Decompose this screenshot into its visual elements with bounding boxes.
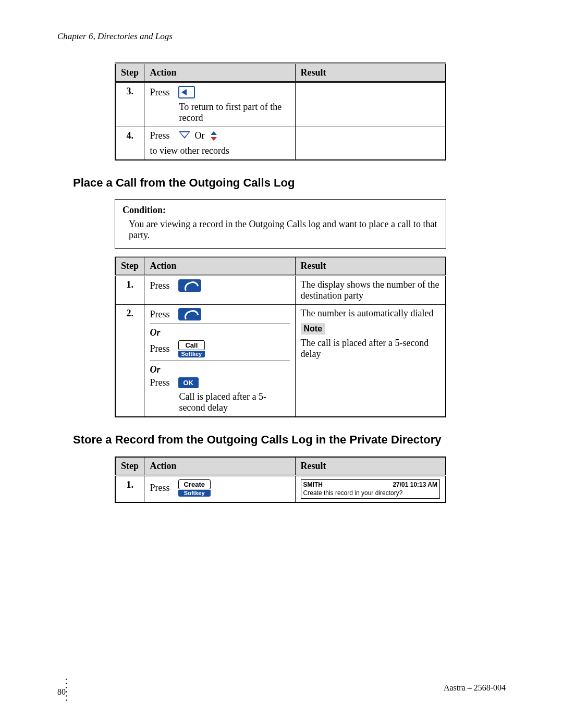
table-row: 1. Press The display shows the number of… [115,276,446,305]
press-label: Press [150,377,169,388]
step-num: 4. [115,127,144,161]
handset-icon [178,279,201,292]
display-datetime: 27/01 10:13 AM [393,481,437,489]
condition-label: Condition: [123,205,438,216]
th-result: Result [295,457,446,476]
section-heading: Store a Record from the Outgoing Calls L… [73,433,506,447]
th-result: Result [295,64,446,82]
table-row: 1. Press Create Softkey SMITH 27/ [115,476,446,503]
scroll-icon [209,131,218,141]
procedure-table-1: Step Action Result 3. Press To return to… [115,63,446,161]
th-action: Action [144,457,295,476]
step-num: 1. [115,476,144,503]
table-row: 4. Press Or to view other records [115,127,446,161]
th-action: Action [144,64,295,82]
softkey-caption: Softkey [178,351,205,357]
or-label: Or [150,364,289,375]
action-text: to view other records [150,145,229,156]
phone-display: SMITH 27/01 10:13 AM Create this record … [301,479,440,499]
press-label: Press [150,343,169,354]
condition-text: You are viewing a record in the Outgoing… [123,219,438,241]
handset-icon [178,308,201,320]
press-label: Press [150,309,169,320]
result-cell [295,82,446,127]
down-arrow-icon [178,131,191,141]
th-step: Step [115,457,144,476]
display-name: SMITH [303,481,323,489]
display-prompt: Create this record in your directory? [303,489,437,498]
note-badge: Note [301,323,326,335]
or-label: Or [195,130,205,141]
step-num: 2. [115,305,144,417]
action-text: Call is placed after a 5-second delay [179,391,289,413]
softkey-label: Create [178,479,211,489]
section-heading: Place a Call from the Outgoing Calls Log [73,176,506,190]
softkey-create: Create Softkey [178,479,211,497]
left-arrow-key-icon [178,86,195,98]
result-note-body: The call is placed after a 5-second dela… [301,338,440,360]
or-label: Or [150,327,289,338]
table-row: 2. Press Or Press Call Softkey [115,305,446,417]
step-num: 3. [115,82,144,127]
table-row: 3. Press To return to first part of the … [115,82,446,127]
doc-id: Aastra – 2568-004 [444,683,506,702]
result-line: The number is automatically dialed [301,308,440,319]
action-text: To return to first part of the record [179,102,289,124]
ok-button-icon: OK [178,377,199,388]
procedure-table-2: Step Action Result 1. Press The display … [115,256,446,417]
th-result: Result [295,257,446,276]
press-label: Press [150,280,169,291]
step-num: 1. [115,276,144,305]
result-cell [295,127,446,161]
condition-box: Condition: You are viewing a record in t… [115,199,446,249]
chapter-header: Chapter 6, Directories and Logs [57,31,506,42]
softkey-call: Call Softkey [178,340,205,357]
press-label: Press [150,87,169,98]
dots-decoration [72,683,77,702]
press-label: Press [150,130,169,141]
press-label: Press [150,483,169,493]
th-action: Action [144,257,295,276]
page-footer: 80 Aastra – 2568-004 [57,683,506,702]
th-step: Step [115,257,144,276]
softkey-caption: Softkey [178,490,211,497]
result-cell: The display shows the number of the dest… [295,276,446,305]
softkey-label: Call [178,340,205,350]
procedure-table-3: Step Action Result 1. Press Create Softk… [115,456,446,503]
th-step: Step [115,64,144,82]
